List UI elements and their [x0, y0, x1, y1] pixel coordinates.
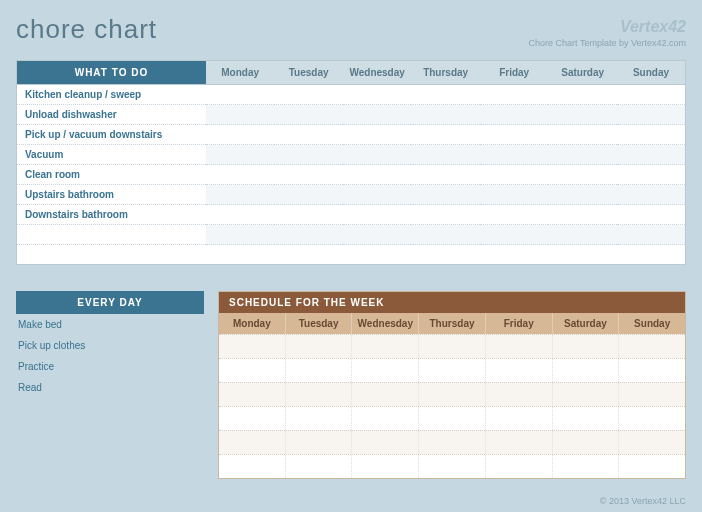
schedule-cell[interactable]: [619, 455, 685, 478]
schedule-cell[interactable]: [419, 407, 486, 430]
chore-cell[interactable]: [411, 165, 480, 185]
schedule-cell[interactable]: [486, 407, 553, 430]
chore-cell[interactable]: [480, 165, 549, 185]
schedule-cell[interactable]: [419, 431, 486, 454]
chore-cell[interactable]: [411, 185, 480, 205]
chore-cell[interactable]: [548, 85, 617, 105]
chore-cell[interactable]: [274, 185, 343, 205]
schedule-cell[interactable]: [486, 455, 553, 478]
chore-cell[interactable]: [617, 105, 686, 125]
schedule-cell[interactable]: [553, 383, 620, 406]
schedule-cell[interactable]: [619, 383, 685, 406]
chore-cell[interactable]: [617, 205, 686, 225]
schedule-cell[interactable]: [219, 383, 286, 406]
chore-cell[interactable]: [343, 225, 412, 245]
chore-cell[interactable]: [548, 125, 617, 145]
chore-cell[interactable]: [274, 145, 343, 165]
chore-cell[interactable]: [274, 125, 343, 145]
chore-cell[interactable]: [274, 165, 343, 185]
chore-cell[interactable]: [274, 205, 343, 225]
chore-cell[interactable]: [480, 205, 549, 225]
chore-cell[interactable]: [343, 245, 412, 265]
schedule-cell[interactable]: [286, 383, 353, 406]
schedule-cell[interactable]: [619, 359, 685, 382]
chore-cell[interactable]: [617, 225, 686, 245]
schedule-cell[interactable]: [352, 431, 419, 454]
schedule-cell[interactable]: [619, 431, 685, 454]
chore-cell[interactable]: [343, 125, 412, 145]
chore-cell[interactable]: [411, 105, 480, 125]
schedule-cell[interactable]: [219, 431, 286, 454]
schedule-cell[interactable]: [419, 383, 486, 406]
chore-cell[interactable]: [480, 145, 549, 165]
schedule-cell[interactable]: [352, 359, 419, 382]
chore-cell[interactable]: [206, 245, 275, 265]
chore-cell[interactable]: [343, 85, 412, 105]
chore-cell[interactable]: [480, 125, 549, 145]
chore-cell[interactable]: [480, 185, 549, 205]
schedule-cell[interactable]: [486, 431, 553, 454]
schedule-cell[interactable]: [553, 335, 620, 358]
chore-cell[interactable]: [411, 245, 480, 265]
chore-cell[interactable]: [206, 85, 275, 105]
chore-cell[interactable]: [548, 145, 617, 165]
schedule-cell[interactable]: [553, 407, 620, 430]
schedule-cell[interactable]: [553, 431, 620, 454]
chore-cell[interactable]: [548, 245, 617, 265]
chore-cell[interactable]: [343, 205, 412, 225]
chore-cell[interactable]: [617, 125, 686, 145]
schedule-cell[interactable]: [352, 407, 419, 430]
chore-cell[interactable]: [206, 205, 275, 225]
chore-cell[interactable]: [548, 165, 617, 185]
schedule-cell[interactable]: [219, 455, 286, 478]
chore-cell[interactable]: [343, 165, 412, 185]
schedule-cell[interactable]: [486, 383, 553, 406]
chore-cell[interactable]: [480, 225, 549, 245]
schedule-cell[interactable]: [219, 359, 286, 382]
chore-cell[interactable]: [548, 225, 617, 245]
schedule-cell[interactable]: [553, 359, 620, 382]
chore-cell[interactable]: [617, 145, 686, 165]
chore-cell[interactable]: [548, 205, 617, 225]
chore-cell[interactable]: [480, 245, 549, 265]
schedule-cell[interactable]: [352, 383, 419, 406]
schedule-cell[interactable]: [419, 335, 486, 358]
chore-cell[interactable]: [617, 165, 686, 185]
chore-cell[interactable]: [480, 105, 549, 125]
chore-cell[interactable]: [548, 105, 617, 125]
schedule-cell[interactable]: [352, 455, 419, 478]
chore-cell[interactable]: [206, 105, 275, 125]
chore-cell[interactable]: [548, 185, 617, 205]
schedule-cell[interactable]: [219, 335, 286, 358]
chore-cell[interactable]: [617, 245, 686, 265]
chore-cell[interactable]: [274, 245, 343, 265]
schedule-cell[interactable]: [486, 359, 553, 382]
chore-cell[interactable]: [411, 85, 480, 105]
chore-cell[interactable]: [206, 165, 275, 185]
chore-cell[interactable]: [206, 225, 275, 245]
schedule-cell[interactable]: [419, 455, 486, 478]
chore-cell[interactable]: [206, 145, 275, 165]
schedule-cell[interactable]: [486, 335, 553, 358]
chore-cell[interactable]: [274, 105, 343, 125]
chore-cell[interactable]: [411, 205, 480, 225]
chore-cell[interactable]: [617, 85, 686, 105]
chore-cell[interactable]: [480, 85, 549, 105]
schedule-cell[interactable]: [619, 335, 685, 358]
schedule-cell[interactable]: [286, 359, 353, 382]
chore-cell[interactable]: [206, 125, 275, 145]
chore-cell[interactable]: [411, 225, 480, 245]
chore-cell[interactable]: [343, 185, 412, 205]
chore-cell[interactable]: [617, 185, 686, 205]
chore-cell[interactable]: [206, 185, 275, 205]
schedule-cell[interactable]: [419, 359, 486, 382]
schedule-cell[interactable]: [219, 407, 286, 430]
chore-cell[interactable]: [274, 85, 343, 105]
schedule-cell[interactable]: [286, 407, 353, 430]
schedule-cell[interactable]: [352, 335, 419, 358]
chore-cell[interactable]: [411, 145, 480, 165]
schedule-cell[interactable]: [553, 455, 620, 478]
chore-cell[interactable]: [343, 145, 412, 165]
schedule-cell[interactable]: [619, 407, 685, 430]
schedule-cell[interactable]: [286, 335, 353, 358]
